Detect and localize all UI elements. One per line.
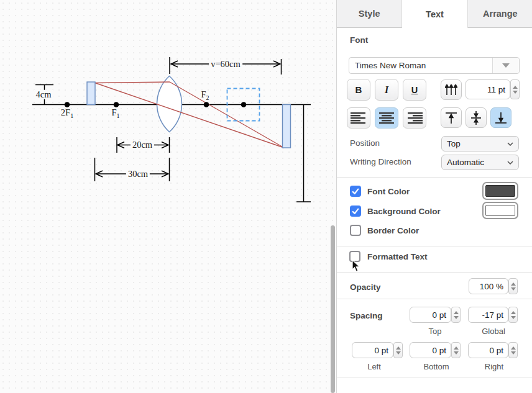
light-ray-parallel[interactable] xyxy=(95,82,170,83)
spacing-left-stepper[interactable] xyxy=(393,342,403,358)
spacing-left-input[interactable]: 0 pt xyxy=(352,342,393,358)
stepper-down-icon[interactable] xyxy=(511,287,516,291)
font-family-select[interactable]: Times New Roman xyxy=(349,57,520,74)
position-select[interactable]: Top xyxy=(441,136,519,151)
format-panel: Style Text Arrange Font Times New Roman … xyxy=(336,0,532,393)
label-f1[interactable]: F1 xyxy=(111,108,119,119)
stepper-down-icon[interactable] xyxy=(454,351,459,355)
label-2f1[interactable]: 2F1 xyxy=(61,108,73,119)
writing-direction-value: Automatic xyxy=(447,158,484,167)
valign-bottom-icon xyxy=(495,112,507,124)
background-color-swatch[interactable] xyxy=(482,202,518,219)
align-center-button[interactable] xyxy=(375,107,398,129)
mouse-cursor xyxy=(352,260,361,274)
section-divider xyxy=(337,177,532,178)
spacing-global-input[interactable]: -17 pt xyxy=(468,307,508,323)
border-color-checkbox[interactable] xyxy=(350,225,361,236)
font-size-input[interactable]: 11 pt xyxy=(466,79,510,99)
vertical-text-icon xyxy=(445,84,457,96)
chevron-down-icon xyxy=(507,161,513,165)
opacity-stepper[interactable] xyxy=(508,278,518,294)
tab-style[interactable]: Style xyxy=(337,0,402,28)
stepper-down-icon[interactable] xyxy=(511,351,516,355)
chevron-down-icon xyxy=(502,63,510,68)
stepper-up-icon[interactable] xyxy=(396,346,401,350)
image-rect[interactable] xyxy=(283,105,291,148)
spacing-bottom-sublabel: Bottom xyxy=(423,362,449,371)
bold-icon: B xyxy=(355,84,362,95)
position-value: Top xyxy=(447,139,461,148)
stepper-down-icon[interactable] xyxy=(396,351,401,355)
stepper-up-icon[interactable] xyxy=(513,86,518,89)
label-f2-base: F xyxy=(201,89,206,99)
underline-icon: U xyxy=(411,85,418,95)
italic-button[interactable]: I xyxy=(375,79,398,101)
lens-shape[interactable] xyxy=(157,76,181,132)
point-2f1-dot[interactable] xyxy=(65,102,70,107)
tab-text[interactable]: Text xyxy=(402,0,467,28)
light-ray-central[interactable] xyxy=(95,83,284,148)
drawing-canvas[interactable]: 4cm 2F1 F1 F2 v=60cm 20cm 30cm xyxy=(0,0,336,393)
valign-top-icon xyxy=(445,112,457,124)
stepper-up-icon[interactable] xyxy=(454,346,459,350)
writing-direction-select[interactable]: Automatic xyxy=(441,155,519,170)
spacing-bottom-stepper[interactable] xyxy=(451,342,461,358)
font-size-stepper[interactable] xyxy=(510,79,520,99)
spacing-top-sublabel: Top xyxy=(429,327,442,336)
spacing-left-sublabel: Left xyxy=(367,362,381,371)
align-left-button[interactable] xyxy=(347,107,370,129)
spacing-top-stepper[interactable] xyxy=(451,307,461,323)
stepper-down-icon[interactable] xyxy=(513,91,518,94)
font-family-dropdown-button[interactable] xyxy=(492,58,519,73)
align-right-button[interactable] xyxy=(403,107,426,129)
italic-icon: I xyxy=(385,84,388,96)
section-divider xyxy=(337,246,532,246)
section-divider xyxy=(337,272,532,273)
bold-button[interactable]: B xyxy=(347,79,370,101)
align-left-icon xyxy=(351,112,367,124)
spacing-bottom-input[interactable]: 0 pt xyxy=(410,342,451,358)
check-icon xyxy=(352,208,359,215)
font-color-checkbox[interactable] xyxy=(350,186,361,197)
cursor-arrow-icon xyxy=(352,260,361,273)
vertical-scrollbar-thumb[interactable] xyxy=(331,225,335,393)
spacing-right-input[interactable]: 0 pt xyxy=(468,342,508,358)
label-v60cm[interactable]: v=60cm xyxy=(209,60,242,69)
stepper-up-icon[interactable] xyxy=(454,311,459,314)
valign-middle-button[interactable] xyxy=(466,107,487,128)
stepper-down-icon[interactable] xyxy=(454,316,459,319)
label-4cm[interactable]: 4cm xyxy=(34,90,53,99)
underline-button[interactable]: U xyxy=(403,79,426,101)
stepper-up-icon[interactable] xyxy=(511,311,516,314)
valign-middle-icon xyxy=(470,111,482,125)
stepper-up-icon[interactable] xyxy=(511,346,516,350)
label-2f1-sub: 1 xyxy=(70,112,73,119)
image-height-line[interactable] xyxy=(296,105,311,202)
label-f2[interactable]: F2 xyxy=(201,90,209,101)
font-color-swatch[interactable] xyxy=(482,182,518,200)
opacity-input[interactable]: 100 % xyxy=(469,278,508,294)
valign-bottom-button[interactable] xyxy=(490,107,511,128)
background-color-checkbox[interactable] xyxy=(350,206,361,217)
formatted-text-label: Formatted Text xyxy=(367,252,428,261)
spacing-right-stepper[interactable] xyxy=(508,342,518,358)
spacing-right-sublabel: Right xyxy=(485,362,503,371)
object-rect[interactable] xyxy=(87,82,95,105)
spacing-top-input[interactable]: 0 pt xyxy=(410,307,451,323)
point-f2-dot[interactable] xyxy=(204,102,209,107)
label-2f1-base: 2F xyxy=(61,107,70,117)
spacing-global-sublabel: Global xyxy=(482,327,505,336)
label-30cm[interactable]: 30cm xyxy=(126,169,150,179)
tab-arrange[interactable]: Arrange xyxy=(468,0,532,28)
vertical-text-button[interactable] xyxy=(441,79,462,100)
spacing-global-stepper[interactable] xyxy=(508,307,518,323)
opacity-label: Opacity xyxy=(350,282,381,292)
label-20cm[interactable]: 20cm xyxy=(131,140,154,150)
label-f1-sub: 1 xyxy=(117,112,120,119)
point-f1-dot[interactable] xyxy=(114,102,119,107)
spacing-label: Spacing xyxy=(350,311,383,320)
stepper-down-icon[interactable] xyxy=(511,316,516,319)
valign-top-button[interactable] xyxy=(441,107,462,128)
point-2f2-dot[interactable] xyxy=(241,102,247,107)
stepper-up-icon[interactable] xyxy=(511,282,516,286)
